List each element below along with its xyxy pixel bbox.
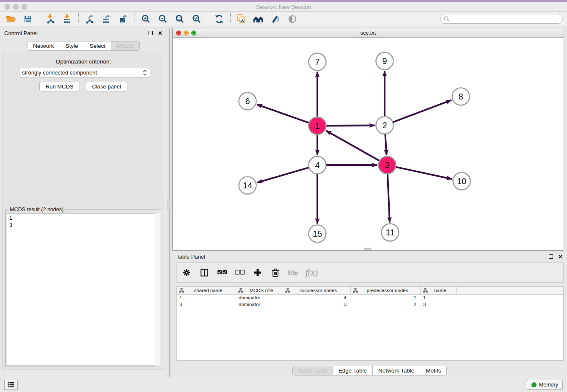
- tab-select[interactable]: Select: [84, 41, 112, 51]
- result-scrollbar[interactable]: [155, 213, 160, 366]
- tab-motifs[interactable]: Motifs: [420, 366, 447, 375]
- close-panel-button[interactable]: Close panel: [86, 82, 128, 91]
- network-window-title: scc.txt: [173, 30, 564, 36]
- optimization-label: Optimization criterion:: [3, 58, 164, 65]
- hierarchy-icon: [285, 288, 290, 293]
- graph-edge-3-11[interactable]: [388, 173, 390, 222]
- search-field[interactable]: [440, 14, 563, 24]
- splitter-grip-icon[interactable]: [168, 199, 171, 210]
- criterion-value: strongly connected component: [22, 69, 143, 76]
- delete-table-button[interactable]: [288, 267, 299, 278]
- apply-style-button[interactable]: [267, 13, 284, 25]
- table-cell[interactable]: dominator: [236, 295, 283, 301]
- import-table-icon: [63, 14, 72, 24]
- table-row[interactable]: 1dominator411: [177, 295, 563, 301]
- zoom-fit-button[interactable]: [171, 13, 188, 25]
- tab-mcds[interactable]: MCDS: [111, 41, 140, 51]
- open-session-button[interactable]: [3, 13, 19, 25]
- network-graph[interactable]: 7968124314101511: [173, 38, 564, 250]
- zoom-selected-button[interactable]: [188, 13, 205, 25]
- column-header-MCDS-role[interactable]: MCDS role: [236, 287, 283, 294]
- mcds-result-title: MCDS result (2 nodes): [8, 207, 65, 213]
- table-columns-button[interactable]: [199, 267, 210, 278]
- canvas-hscroll-thumb[interactable]: [364, 248, 372, 250]
- graph-node-label-1: 1: [315, 121, 319, 130]
- table-cell[interactable]: 2: [351, 301, 421, 308]
- network-window-titlebar: × − + scc.txt: [173, 28, 564, 38]
- main-toolbar: [0, 12, 567, 26]
- tab-node-table[interactable]: Node Table: [292, 366, 333, 375]
- task-history-button[interactable]: [4, 380, 18, 390]
- apply-layout-button[interactable]: [211, 13, 228, 25]
- tab-network-table[interactable]: Network Table: [373, 366, 420, 375]
- column-header-name[interactable]: name: [421, 287, 457, 294]
- column-header-successor-nodes[interactable]: successor nodes: [283, 287, 351, 294]
- table-cell[interactable]: 1: [421, 295, 457, 301]
- graph-edge-2-8[interactable]: [392, 100, 451, 122]
- network-overview-button[interactable]: [250, 13, 267, 25]
- import-network-button[interactable]: [42, 13, 59, 25]
- control-panel: Control Panel ✕ NetworkStyleSelectMCDS O…: [0, 28, 167, 377]
- style-brush-icon: [271, 14, 280, 24]
- mcds-result-text[interactable]: 1 3: [7, 213, 160, 366]
- table-cell[interactable]: 3: [283, 301, 351, 308]
- export-network-button[interactable]: [81, 13, 98, 25]
- zoom-out-button[interactable]: [154, 13, 171, 25]
- memory-status-icon: [531, 382, 537, 387]
- table-cell[interactable]: 1: [177, 295, 236, 301]
- graph-edge-4-14[interactable]: [257, 167, 310, 182]
- float-table-panel-icon[interactable]: [549, 254, 553, 259]
- clone-network-icon: [237, 14, 247, 24]
- table-toolbar: f(x): [176, 262, 564, 283]
- run-mcds-button[interactable]: Run MCDS: [39, 82, 80, 91]
- network-canvas[interactable]: 7968124314101511: [173, 38, 564, 250]
- table-settings-button[interactable]: [181, 267, 192, 278]
- graph-edge-1-6[interactable]: [257, 105, 309, 123]
- function-builder-button[interactable]: f(x): [306, 268, 318, 278]
- table-cell[interactable]: 3: [177, 301, 236, 308]
- mcds-result-group: MCDS result (2 nodes) 1 3: [6, 210, 161, 367]
- tab-style[interactable]: Style: [60, 41, 84, 51]
- graph-edge-3-10[interactable]: [395, 167, 452, 179]
- tab-edge-table[interactable]: Edge Table: [333, 366, 373, 375]
- table-cell[interactable]: 4: [283, 295, 351, 301]
- criterion-dropdown[interactable]: strongly connected component: [19, 68, 150, 77]
- select-all-rows-button[interactable]: [217, 267, 228, 278]
- hierarchy-icon: [179, 288, 184, 293]
- close-panel-icon[interactable]: ✕: [158, 30, 162, 36]
- import-table-button[interactable]: [59, 13, 76, 25]
- toolbar-separator: [135, 13, 135, 25]
- graph-node-label-2: 2: [382, 121, 387, 130]
- table-row[interactable]: 3dominator323: [177, 301, 563, 308]
- zoom-out-icon: [158, 14, 168, 24]
- clone-network-button[interactable]: [233, 13, 250, 25]
- zoom-fit-icon: [175, 14, 184, 24]
- tab-network[interactable]: Network: [27, 41, 60, 51]
- table-cell[interactable]: dominator: [236, 301, 283, 308]
- plus-icon: [253, 268, 262, 277]
- graph-node-label-6: 6: [245, 97, 250, 106]
- graph-edge-1-2[interactable]: [325, 125, 374, 126]
- memory-button[interactable]: Memory: [527, 380, 563, 390]
- zoom-in-button[interactable]: [138, 13, 154, 25]
- delete-column-button[interactable]: [270, 267, 281, 278]
- export-table-button[interactable]: [98, 13, 115, 25]
- control-panel-tabs: NetworkStyleSelectMCDS: [0, 41, 167, 51]
- table-cell[interactable]: 1: [351, 295, 421, 301]
- export-image-button[interactable]: [115, 13, 132, 25]
- search-input[interactable]: [449, 16, 562, 22]
- column-header-predecessor-nodes[interactable]: predecessor nodes: [351, 287, 421, 294]
- panel-splitter[interactable]: [167, 28, 172, 377]
- graphics-details-button[interactable]: [284, 13, 301, 25]
- graph-edge-3-1[interactable]: [326, 131, 380, 161]
- add-column-button[interactable]: [252, 267, 263, 278]
- node-table: shared nameMCDS rolesuccessor nodesprede…: [176, 286, 564, 361]
- close-table-panel-icon[interactable]: ✕: [558, 254, 563, 260]
- deselect-all-rows-button[interactable]: [234, 267, 245, 278]
- float-panel-icon[interactable]: [149, 31, 153, 35]
- save-session-button[interactable]: [19, 13, 36, 25]
- column-header-shared-name[interactable]: shared name: [177, 287, 236, 294]
- graph-edge-2-3[interactable]: [385, 133, 386, 155]
- table-cell[interactable]: 3: [421, 301, 457, 308]
- graph-node-label-9: 9: [382, 56, 387, 66]
